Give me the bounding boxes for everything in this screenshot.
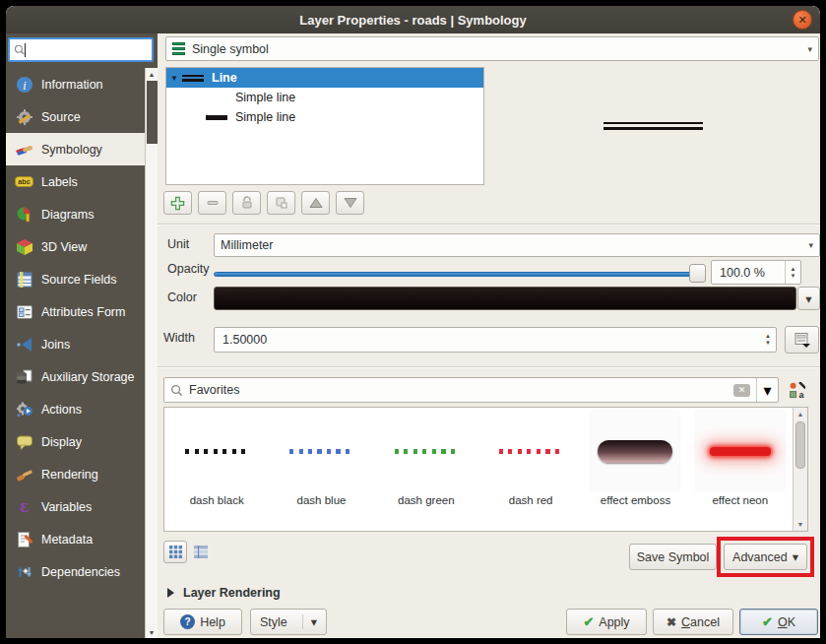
symbol-effect-neon[interactable]: effect neon — [688, 408, 793, 531]
remove-symbol-layer-button[interactable] — [198, 191, 226, 215]
list-view-button[interactable] — [189, 541, 213, 563]
svg-text:i: i — [23, 78, 26, 92]
sidebar-item-label: Metadata — [41, 533, 93, 547]
save-symbol-button[interactable]: Save Symbol — [629, 544, 717, 570]
opacity-slider-handle[interactable] — [689, 264, 706, 283]
style-button[interactable]: Style — [250, 609, 327, 635]
source-icon — [15, 107, 33, 126]
move-up-button[interactable] — [301, 191, 330, 215]
sidebar-item-information[interactable]: i Information — [6, 68, 145, 100]
clear-search-icon[interactable] — [733, 384, 750, 397]
scroll-down-icon[interactable]: ▼ — [794, 518, 807, 531]
data-defined-override-icon — [794, 332, 811, 349]
sidebar-item-symbology[interactable]: Symbology — [6, 133, 145, 165]
color-dropdown-button[interactable] — [797, 287, 820, 310]
sidebar-item-display[interactable]: Display — [6, 425, 145, 458]
symbol-dash-green[interactable]: dash green — [374, 408, 478, 531]
width-spinbox[interactable]: 1.50000 — [214, 327, 777, 353]
tree-row-line[interactable]: Line — [166, 68, 483, 88]
x-icon — [667, 615, 676, 629]
sidebar-item-attributes-form[interactable]: Attributes Form — [6, 295, 145, 328]
symbol-search-bar[interactable] — [163, 377, 779, 403]
renderer-value: Single symbol — [192, 42, 269, 56]
symbol-label: dash green — [398, 494, 455, 506]
sidebar-item-rendering[interactable]: Rendering — [6, 458, 145, 490]
titlebar[interactable]: Layer Properties - roads | Symbology ✕ — [6, 6, 820, 33]
source-fields-icon — [15, 270, 33, 289]
sidebar-item-label: Source — [41, 110, 81, 124]
line-symbol-icon — [182, 72, 204, 84]
sidebar-item-source-fields[interactable]: Source Fields — [6, 263, 145, 295]
sidebar-search[interactable] — [8, 37, 154, 62]
sidebar-item-metadata[interactable]: Metadata — [6, 523, 145, 555]
renderer-combo[interactable]: Single symbol — [165, 36, 819, 61]
color-swatch-button[interactable] — [214, 287, 796, 310]
cancel-button[interactable]: Cancel — [653, 609, 733, 635]
symbol-list-scrollbar[interactable]: ▲ ▼ — [793, 408, 807, 531]
spinner-arrows-icon[interactable] — [760, 328, 776, 352]
collapsed-arrow-icon — [167, 588, 174, 598]
symbol-dash-red[interactable]: dash red — [478, 408, 583, 531]
sidebar-item-label: Symbology — [41, 143, 102, 157]
symbol-search-input[interactable] — [189, 383, 733, 397]
sidebar-item-variables[interactable]: ε Variables — [6, 490, 145, 523]
icon-view-button[interactable] — [163, 541, 187, 563]
opacity-spinbox[interactable]: 100.0 % — [711, 260, 801, 285]
sidebar-item-dependencies[interactable]: Dependencies — [6, 555, 145, 588]
add-symbol-layer-button[interactable] — [163, 191, 192, 215]
data-defined-override-button[interactable] — [785, 326, 819, 354]
close-icon[interactable]: ✕ — [793, 10, 812, 30]
labels-icon: abc — [15, 172, 33, 191]
expander-icon[interactable] — [166, 74, 182, 83]
sidebar-search-input[interactable] — [30, 43, 148, 57]
scroll-up-icon[interactable]: ▲ — [794, 408, 807, 420]
tree-row-simple-line-1[interactable]: Simple line — [166, 88, 483, 107]
sidebar-item-label: 3D View — [41, 240, 87, 254]
separator — [158, 366, 820, 368]
symbol-dash-blue[interactable]: dash blue — [269, 408, 373, 531]
width-value: 1.50000 — [215, 333, 760, 347]
opacity-slider[interactable] — [214, 272, 702, 277]
black-line-symbol-icon — [206, 111, 227, 123]
sidebar-item-joins[interactable]: Joins — [6, 328, 145, 360]
style-manager-button[interactable]: a — [785, 379, 808, 402]
scrollbar-thumb[interactable] — [147, 81, 158, 144]
sidebar-item-auxiliary-storage[interactable]: Auxiliary Storage — [6, 360, 145, 393]
screenshot-root: Layer Properties - roads | Symbology ✕ i… — [0, 0, 826, 644]
layer-rendering-group[interactable]: Layer Rendering — [167, 586, 281, 600]
search-icon — [14, 43, 25, 56]
scroll-up-icon[interactable]: ▲ — [146, 68, 158, 80]
sidebar-item-3d-view[interactable]: 3D View — [6, 230, 145, 263]
tree-row-simple-line-2[interactable]: Simple line — [166, 107, 483, 127]
sidebar-item-source[interactable]: Source — [6, 100, 145, 133]
tree-row-label: Line — [212, 71, 237, 85]
symbol-dash-black[interactable]: dash black — [164, 408, 269, 531]
spinner-arrows-icon[interactable] — [785, 261, 800, 284]
symbol-filter-dropdown[interactable] — [756, 378, 778, 402]
sidebar-item-actions[interactable]: Actions — [6, 393, 145, 425]
advanced-button[interactable]: Advanced — [724, 544, 807, 570]
dash-swatch — [499, 449, 562, 454]
help-button[interactable]: Help — [163, 609, 242, 635]
ok-button[interactable]: OK — [739, 609, 818, 635]
lock-button[interactable] — [232, 191, 261, 215]
sidebar-scrollbar[interactable]: ▲ ▼ — [145, 68, 158, 638]
sidebar-item-labels[interactable]: abc Labels — [6, 165, 145, 198]
duplicate-button[interactable] — [267, 191, 295, 215]
scrollbar-thumb[interactable] — [795, 421, 805, 469]
scroll-down-icon[interactable]: ▼ — [146, 626, 158, 638]
opacity-value: 100.0 % — [712, 266, 785, 280]
symbol-effect-emboss[interactable]: effect emboss — [583, 408, 687, 531]
sidebar-items: i Information Source Symbology abc Label… — [6, 68, 145, 638]
attributes-form-icon — [15, 302, 33, 321]
sidebar-item-diagrams[interactable]: Diagrams — [6, 198, 145, 230]
unit-combo[interactable]: Millimeter — [214, 233, 820, 257]
symbol-tree-toolbar — [163, 191, 364, 215]
move-down-button[interactable] — [336, 191, 364, 215]
sidebar-item-label: Diagrams — [41, 208, 95, 222]
apply-button[interactable]: Apply — [566, 609, 647, 635]
down-arrow-icon — [344, 197, 357, 209]
dash-swatch — [185, 449, 248, 454]
svg-text:a: a — [798, 390, 804, 399]
symbology-icon — [15, 140, 33, 159]
